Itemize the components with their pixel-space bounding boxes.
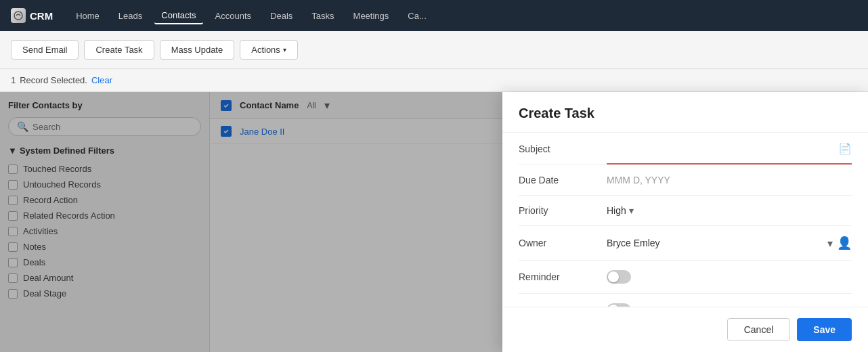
record-count: 1: [11, 75, 16, 85]
send-email-button[interactable]: Send Email: [11, 40, 79, 60]
due-date-label: Due Date: [519, 175, 607, 185]
priority-select[interactable]: High ▾: [607, 205, 634, 216]
subject-row: Subject 📄: [519, 133, 852, 165]
reminder-toggle[interactable]: [607, 270, 631, 284]
status-bar: 1 Record Selected. Clear: [0, 69, 868, 92]
owner-dropdown-arrow[interactable]: ▾: [827, 237, 833, 250]
nav-item-deals[interactable]: Deals: [263, 8, 299, 24]
app-logo: CRM: [11, 8, 53, 23]
top-navigation: CRM Home Leads Contacts Accounts Deals T…: [0, 0, 868, 31]
repeat-toggle-knob: [608, 305, 619, 307]
reminder-label: Reminder: [519, 271, 607, 282]
attach-icon[interactable]: 📄: [838, 142, 852, 155]
modal-overlay: Create Task Subject 📄 Due Date MMM D, YY…: [0, 92, 868, 352]
repeat-toggle[interactable]: [607, 303, 631, 307]
modal-header: Create Task: [502, 92, 868, 133]
subject-label: Subject: [519, 144, 607, 154]
save-button[interactable]: Save: [797, 318, 852, 341]
nav-item-calls[interactable]: Ca...: [401, 8, 433, 24]
actions-button[interactable]: Actions ▾: [240, 40, 298, 60]
clear-link[interactable]: Clear: [91, 75, 112, 85]
logo-icon: [11, 8, 26, 23]
priority-row: Priority High ▾: [519, 196, 852, 226]
due-date-value[interactable]: MMM D, YYYY: [607, 175, 852, 185]
priority-label: Priority: [519, 205, 607, 216]
reminder-row: Reminder: [519, 261, 852, 294]
priority-dropdown-arrow[interactable]: ▾: [629, 205, 634, 216]
create-task-button[interactable]: Create Task: [84, 40, 154, 60]
record-text: Record Selected.: [20, 75, 87, 85]
svg-point-0: [14, 12, 22, 20]
repeat-label: Repeat: [519, 305, 607, 307]
nav-item-leads[interactable]: Leads: [112, 8, 149, 24]
nav-item-accounts[interactable]: Accounts: [209, 8, 258, 24]
reminder-toggle-knob: [608, 271, 619, 282]
logo-text: CRM: [30, 10, 53, 22]
nav-item-contacts[interactable]: Contacts: [154, 7, 202, 24]
nav-item-tasks[interactable]: Tasks: [305, 8, 341, 24]
priority-value: High: [607, 205, 626, 216]
modal-footer: Cancel Save: [502, 307, 868, 352]
mass-update-button[interactable]: Mass Update: [160, 40, 235, 60]
owner-row: Owner Bryce Emley ▾ 👤: [519, 226, 852, 261]
modal-body: Subject 📄 Due Date MMM D, YYYY Priority …: [502, 133, 868, 307]
owner-field: Bryce Emley ▾ 👤: [607, 236, 852, 250]
main-content: Filter Contacts by 🔍 ▼ System Defined Fi…: [0, 92, 868, 352]
due-date-row: Due Date MMM D, YYYY: [519, 165, 852, 196]
nav-item-meetings[interactable]: Meetings: [347, 8, 396, 24]
subject-underline: [607, 163, 852, 164]
subject-input[interactable]: [607, 144, 838, 154]
modal-title: Create Task: [519, 106, 852, 121]
repeat-row: Repeat: [519, 294, 852, 307]
cancel-button[interactable]: Cancel: [727, 318, 791, 341]
create-task-modal: Create Task Subject 📄 Due Date MMM D, YY…: [502, 92, 868, 352]
toolbar: Send Email Create Task Mass Update Actio…: [0, 31, 868, 69]
nav-item-home[interactable]: Home: [69, 8, 106, 24]
actions-dropdown-arrow: ▾: [283, 46, 286, 53]
owner-value: Bryce Emley: [607, 238, 823, 248]
owner-person-icon[interactable]: 👤: [837, 236, 852, 250]
owner-label: Owner: [519, 238, 607, 248]
